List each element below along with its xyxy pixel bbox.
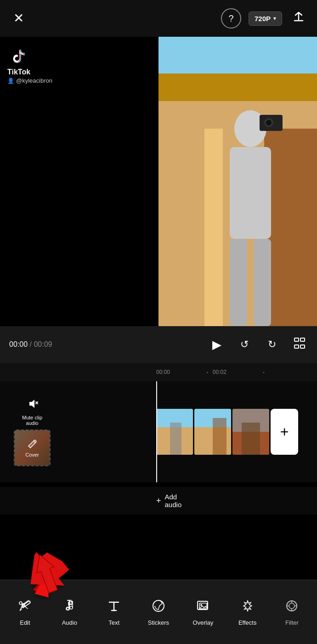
filter-label: Filter [285,619,299,626]
top-bar-right: ? 720P ▾ [221,8,308,28]
fullscreen-button[interactable] [291,336,308,353]
svg-rect-7 [230,147,271,239]
undo-button[interactable]: ↺ [236,336,253,353]
svg-rect-13 [294,338,299,341]
user-icon: 👤 [7,78,14,84]
playback-controls: 00:00 / 00:09 ▶ ↺ ↻ [0,326,317,363]
clip-area: Mute clipaudio Cover [0,381,317,482]
close-icon: ✕ [13,12,24,25]
text-icon [107,599,121,616]
redo-button[interactable]: ↻ [264,336,280,353]
add-audio-plus-icon: + [156,496,161,506]
svg-point-37 [200,604,202,606]
stickers-label: Stickers [148,619,169,626]
svg-rect-8 [230,239,247,326]
svg-rect-25 [242,423,260,455]
timeline-mark-0: 00:00 [156,369,202,375]
svg-rect-15 [294,345,299,348]
cover-button[interactable]: Cover [14,429,51,466]
redo-icon: ↻ [268,339,276,350]
overlay-label: Overlay [192,619,213,626]
filter-icon [284,599,299,616]
brand-name: TikTok [7,68,30,76]
upload-button[interactable] [289,9,308,28]
close-button[interactable]: ✕ [9,9,28,28]
toolbar-item-text[interactable]: Text [96,593,132,632]
time-total: 00:09 [34,340,52,348]
top-bar: ✕ ? 720P ▾ [0,0,317,37]
clips-container: + [156,381,298,482]
edit-label: Edit [20,619,30,626]
add-clip-button[interactable]: + [271,409,298,455]
tiktok-username: 👤 @kyleacibron [7,77,52,84]
stickers-icon [151,599,166,616]
video-preview-area: TikTok 👤 @kyleacibron [0,37,317,326]
time-display: 00:00 / 00:09 [9,340,209,349]
video-right-panel [158,37,317,326]
svg-rect-4 [264,129,317,326]
fullscreen-icon [294,337,306,352]
username-text: @kyleacibron [16,77,52,84]
svg-rect-19 [170,423,181,455]
overlay-icon [196,599,210,616]
cover-edit-icon [27,439,37,451]
svg-rect-16 [300,345,305,348]
help-icon: ? [228,13,233,24]
add-audio-button[interactable]: + Add audio [156,493,181,508]
left-tools: Mute clipaudio Cover [0,397,64,466]
chevron-down-icon: ▾ [273,15,276,22]
svg-rect-5 [204,129,223,326]
svg-rect-14 [300,338,305,341]
clip-thumbnail-3[interactable] [232,409,269,455]
time-separator: / [28,340,34,348]
undo-icon: ↺ [240,339,249,350]
svg-rect-3 [158,73,317,101]
add-clip-icon: + [280,424,289,441]
upload-icon [292,11,305,26]
controls-right: ▶ ↺ ↻ [209,336,308,353]
timeline-bar: 00:00 • 00:02 • [0,363,317,381]
svg-point-12 [266,120,272,125]
quality-selector[interactable]: 720P ▾ [249,11,282,26]
timeline-dot-2: • [263,370,265,374]
toolbar-item-effects[interactable]: Effects [229,593,266,632]
toolbar-item-overlay[interactable]: Overlay [185,593,221,632]
video-thumbnail [158,37,317,326]
play-icon: ▶ [212,338,221,352]
play-button[interactable]: ▶ [209,336,225,353]
audio-icon [62,599,77,616]
toolbar-item-stickers[interactable]: Stickers [140,593,177,632]
top-bar-left: ✕ [9,9,28,28]
add-audio-label: Add audio [165,493,182,508]
text-label: Text [108,619,119,626]
mute-clip-button[interactable]: Mute clipaudio [22,397,42,426]
svg-point-33 [70,606,73,609]
timeline-mark-1: 00:02 [213,369,259,375]
toolbar-item-filter[interactable]: Filter [273,593,310,632]
svg-point-39 [289,603,294,609]
effects-label: Effects [238,619,257,626]
mute-icon [26,397,39,413]
video-left-panel: TikTok 👤 @kyleacibron [0,37,158,326]
timeline-dot: • [207,370,208,374]
tiktok-logo [7,46,28,66]
timeline-cursor [156,381,157,482]
audio-label: Audio [62,619,77,626]
svg-rect-22 [213,418,226,455]
mute-label: Mute clipaudio [22,415,42,426]
cover-label: Cover [25,452,39,458]
time-current: 00:00 [9,340,28,348]
tiktok-branding: TikTok 👤 @kyleacibron [7,46,52,84]
timeline-markers: 00:00 • 00:02 • [0,369,269,375]
effects-icon [240,599,255,616]
clip-thumbnail-2[interactable] [194,409,231,455]
help-button[interactable]: ? [221,8,241,28]
quality-label: 720P [255,15,271,23]
svg-rect-9 [254,239,271,326]
clip-thumbnail-1[interactable] [156,409,193,455]
add-audio-row: + Add audio [0,487,317,514]
